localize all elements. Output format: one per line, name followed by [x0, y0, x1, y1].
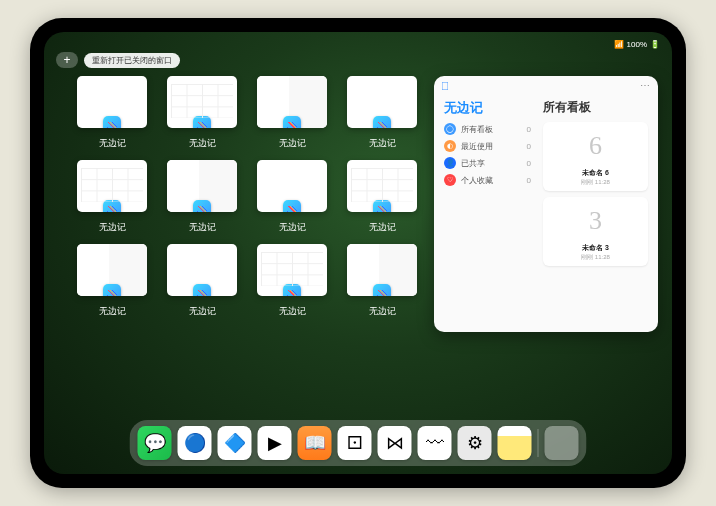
board-list: 6未命名 6刚刚 11:283未命名 3刚刚 11:28 — [543, 122, 648, 272]
thumbnail-label: 无边记 — [99, 221, 126, 234]
thumbnail-label: 无边记 — [369, 221, 396, 234]
dock-app-app-blue1[interactable]: 🔵 — [178, 426, 212, 460]
dock-app-library[interactable] — [545, 426, 579, 460]
freeform-app-icon — [373, 200, 391, 212]
freeform-app-icon — [283, 200, 301, 212]
board-timestamp: 刚刚 11:28 — [547, 253, 644, 262]
window-thumbnail-grid: 无边记无边记无边记无边记无边记无边记无边记无边记无边记无边记无边记无边记 — [74, 76, 420, 420]
freeform-app-icon — [283, 116, 301, 128]
dock-app-notes[interactable] — [498, 426, 532, 460]
board-preview: 6 — [574, 126, 618, 166]
freeform-app-icon — [193, 116, 211, 128]
dock-app-colorplay[interactable]: ▶ — [258, 426, 292, 460]
sidebar-item[interactable]: 👤已共享0 — [444, 157, 531, 169]
window-thumbnail[interactable]: 无边记 — [344, 160, 420, 234]
menu-label: 所有看板 — [461, 124, 522, 135]
thumbnail-label: 无边记 — [369, 137, 396, 150]
window-thumbnail[interactable]: 无边记 — [254, 244, 330, 318]
reopen-closed-window-button[interactable]: 重新打开已关闭的窗口 — [84, 53, 180, 68]
thumbnail-preview — [167, 160, 237, 212]
thumbnail-preview — [257, 160, 327, 212]
thumbnail-label: 无边记 — [279, 137, 306, 150]
thumbnail-preview — [167, 244, 237, 296]
board-item[interactable]: 6未命名 6刚刚 11:28 — [543, 122, 648, 191]
window-thumbnail[interactable]: 无边记 — [164, 244, 240, 318]
thumbnail-preview — [77, 76, 147, 128]
app-detail-card: ⎕ ⋯ 无边记 ◯所有看板0◐最近使用0👤已共享0♡个人收藏0 所有看板 6未命… — [434, 76, 658, 332]
thumbnail-label: 无边记 — [279, 305, 306, 318]
board-item[interactable]: 3未命名 3刚刚 11:28 — [543, 197, 648, 266]
window-thumbnail[interactable]: 无边记 — [344, 244, 420, 318]
freeform-app-icon — [103, 200, 121, 212]
freeform-app-icon — [193, 284, 211, 296]
window-thumbnail[interactable]: 无边记 — [254, 160, 330, 234]
battery-icon: 🔋 — [650, 40, 660, 49]
thumbnail-preview — [77, 160, 147, 212]
dock-app-wechat[interactable]: 💬 — [138, 426, 172, 460]
window-thumbnail[interactable]: 无边记 — [74, 160, 150, 234]
thumbnail-preview — [77, 244, 147, 296]
menu-count: 0 — [527, 125, 531, 134]
board-name: 未命名 6 — [547, 168, 644, 178]
thumbnail-label: 无边记 — [189, 221, 216, 234]
detail-sidebar: 无边记 ◯所有看板0◐最近使用0👤已共享0♡个人收藏0 — [434, 95, 537, 332]
thumbnail-label: 无边记 — [369, 305, 396, 318]
thumbnail-label: 无边记 — [189, 137, 216, 150]
section-title: 所有看板 — [543, 99, 648, 116]
thumbnail-preview — [347, 160, 417, 212]
dock-app-books[interactable]: 📖 — [298, 426, 332, 460]
thumbnail-preview — [167, 76, 237, 128]
menu-icon: ◯ — [444, 123, 456, 135]
sidebar-item[interactable]: ◐最近使用0 — [444, 140, 531, 152]
freeform-app-icon — [283, 284, 301, 296]
battery-percent: 100% — [627, 40, 647, 49]
sidebar-menu: ◯所有看板0◐最近使用0👤已共享0♡个人收藏0 — [444, 123, 531, 186]
more-icon[interactable]: ⋯ — [640, 80, 650, 91]
dock: 💬🔵🔷▶📖⚀⋈〰⚙ — [130, 420, 587, 466]
board-preview: 3 — [574, 201, 618, 241]
menu-count: 0 — [527, 142, 531, 151]
window-thumbnail[interactable]: 无边记 — [74, 244, 150, 318]
dock-app-connector[interactable]: ⋈ — [378, 426, 412, 460]
thumbnail-preview — [347, 244, 417, 296]
window-thumbnail[interactable]: 无边记 — [74, 76, 150, 150]
thumbnail-label: 无边记 — [99, 305, 126, 318]
freeform-app-icon — [103, 116, 121, 128]
thumbnail-preview — [257, 76, 327, 128]
content-area: 无边记无边记无边记无边记无边记无边记无边记无边记无边记无边记无边记无边记 ⎕ ⋯… — [74, 76, 658, 420]
ipad-screen: 📶 100% 🔋 + 重新打开已关闭的窗口 无边记无边记无边记无边记无边记无边记… — [44, 32, 672, 474]
menu-label: 个人收藏 — [461, 175, 522, 186]
freeform-app-icon — [373, 116, 391, 128]
window-thumbnail[interactable]: 无边记 — [164, 76, 240, 150]
top-controls: + 重新打开已关闭的窗口 — [56, 52, 180, 68]
freeform-app-icon — [103, 284, 121, 296]
menu-label: 最近使用 — [461, 141, 522, 152]
app-title: 无边记 — [444, 99, 531, 117]
dock-app-dice[interactable]: ⚀ — [338, 426, 372, 460]
menu-icon: ♡ — [444, 174, 456, 186]
thumbnail-label: 无边记 — [99, 137, 126, 150]
window-thumbnail[interactable]: 无边记 — [344, 76, 420, 150]
sidebar-item[interactable]: ♡个人收藏0 — [444, 174, 531, 186]
window-thumbnail[interactable]: 无边记 — [164, 160, 240, 234]
sidebar-item[interactable]: ◯所有看板0 — [444, 123, 531, 135]
menu-label: 已共享 — [461, 158, 522, 169]
freeform-app-icon — [193, 200, 211, 212]
board-timestamp: 刚刚 11:28 — [547, 178, 644, 187]
thumbnail-preview — [257, 244, 327, 296]
dock-divider — [538, 429, 539, 457]
dock-app-freeform[interactable]: 〰 — [418, 426, 452, 460]
thumbnail-preview — [347, 76, 417, 128]
thumbnail-label: 无边记 — [279, 221, 306, 234]
dock-app-settings[interactable]: ⚙ — [458, 426, 492, 460]
new-window-button[interactable]: + — [56, 52, 78, 68]
ipad-frame: 📶 100% 🔋 + 重新打开已关闭的窗口 无边记无边记无边记无边记无边记无边记… — [30, 18, 686, 488]
menu-icon: ◐ — [444, 140, 456, 152]
signal-icon: 📶 — [614, 40, 624, 49]
window-thumbnail[interactable]: 无边记 — [254, 76, 330, 150]
dock-app-app-blue2[interactable]: 🔷 — [218, 426, 252, 460]
sidebar-toggle-icon[interactable]: ⎕ — [442, 80, 448, 91]
detail-main: 所有看板 6未命名 6刚刚 11:283未命名 3刚刚 11:28 — [537, 95, 658, 332]
board-name: 未命名 3 — [547, 243, 644, 253]
thumbnail-label: 无边记 — [189, 305, 216, 318]
